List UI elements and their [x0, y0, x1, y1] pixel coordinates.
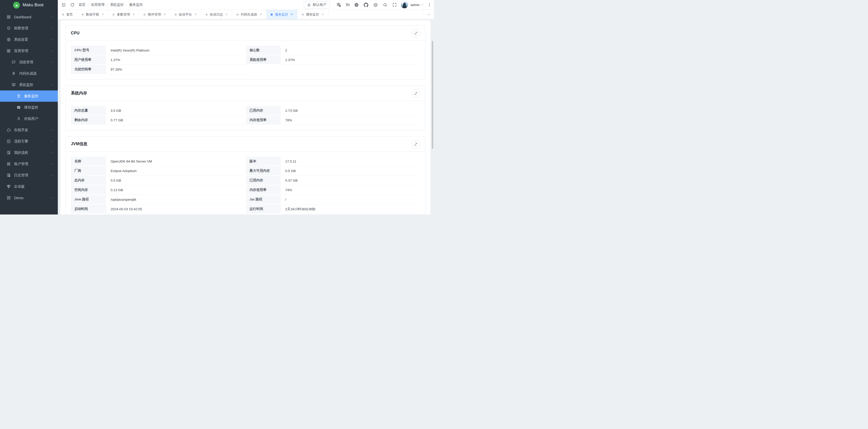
field-label: 用户使用率: [71, 55, 106, 65]
tab-label: 参数管理: [117, 12, 130, 17]
breadcrumb-item[interactable]: 首页: [79, 2, 86, 7]
sidebar-item-label: 系统设置: [14, 37, 51, 42]
sidebar-item-message-management[interactable]: 消息管理: [0, 57, 58, 68]
tab-home[interactable]: 首页: [58, 10, 78, 19]
field-value: 0.37 GB: [281, 176, 420, 185]
breadcrumb-item[interactable]: 服务监控: [129, 2, 143, 7]
tab-label: 短信平台: [179, 12, 192, 17]
app-logo[interactable]: Maku Boot: [0, 0, 58, 10]
sidebar-item-label: Dashboard: [14, 15, 51, 19]
tab-label: 短信日志: [210, 12, 223, 17]
table-row: 内存总量 3.5 GB 已用内存 2.73 GB: [71, 106, 420, 116]
avatar[interactable]: [401, 1, 408, 8]
tenant-select[interactable]: 默认租户: [304, 1, 330, 8]
sidebar-item-label: 流程引擎: [14, 139, 51, 144]
tab-data-dictionary[interactable]: 数据字典 ✕: [78, 10, 108, 19]
sidebar-item-service-monitor[interactable]: 服务监控: [0, 91, 58, 102]
sidebar-item-system-monitor[interactable]: 系统监控: [0, 79, 58, 91]
more-vertical-icon[interactable]: [427, 3, 432, 7]
panel-refresh-button[interactable]: [412, 29, 420, 37]
vertical-scrollbar[interactable]: [432, 41, 433, 149]
tabbar: 首页 数据字典 ✕ 参数管理 ✕ 附件管理 ✕ 短信平台 ✕: [58, 10, 434, 19]
sidebar-item-demo[interactable]: Demo: [0, 192, 58, 203]
sidebar-item-cache-monitor[interactable]: 缓存监控: [0, 102, 58, 113]
close-icon[interactable]: ✕: [101, 13, 104, 16]
panel-header: 系统内存: [66, 86, 425, 101]
breadcrumb-item[interactable]: 应用管理: [91, 2, 104, 7]
sidebar-item-app-management[interactable]: 应用管理: [0, 45, 58, 57]
field-value: 1.37%: [281, 55, 420, 65]
search-icon[interactable]: [382, 2, 388, 7]
tab-code-generator[interactable]: 代码生成器 ✕: [232, 10, 267, 19]
chevron-down-icon[interactable]: [421, 3, 424, 6]
font-size-icon[interactable]: Tt: [346, 2, 350, 7]
topbar-icons: Tt: [336, 2, 398, 7]
chevron-down-icon: [51, 174, 54, 177]
tab-dot-icon: [144, 13, 146, 15]
sidebar-item-online-dev[interactable]: 在线开发: [0, 124, 58, 136]
sidebar-item-log-management[interactable]: 日志管理: [0, 169, 58, 181]
sidebar-item-label: Demo: [14, 196, 51, 200]
breadcrumb-item[interactable]: 系统监控: [110, 2, 124, 7]
tab-sms-platform[interactable]: 短信平台 ✕: [170, 10, 201, 19]
field-label: 总内存: [71, 176, 106, 185]
tab-attachment-management[interactable]: 附件管理 ✕: [139, 10, 170, 19]
tab-parameter-management[interactable]: 参数管理 ✕: [108, 10, 139, 19]
globe-icon[interactable]: [353, 2, 359, 7]
tab-list-dropdown[interactable]: [424, 10, 434, 19]
sidebar-item-system-settings[interactable]: 系统设置: [0, 34, 58, 45]
table-row: 空闲内存 0.13 GB 内存使用率 74%: [71, 185, 420, 195]
sidebar-item-label: 租户管理: [14, 162, 51, 166]
tab-dot-icon: [82, 13, 84, 15]
sidebar-item-enterprise[interactable]: 企业版: [0, 181, 58, 192]
close-icon[interactable]: ✕: [259, 13, 262, 16]
tab-label: 附件管理: [148, 12, 161, 17]
tab-dot-icon: [206, 13, 208, 15]
tab-service-monitor[interactable]: 服务监控 ✕: [267, 10, 297, 19]
panel-header: JVM信息: [66, 137, 425, 152]
app-title: Maku Boot: [23, 2, 43, 7]
diamond-icon: [6, 184, 11, 189]
sidebar-item-dashboard[interactable]: Dashboard: [0, 11, 58, 23]
sidebar-item-permissions[interactable]: 权限管理: [0, 23, 58, 34]
table-row: 用户使用率 1.37% 系统使用率 1.37%: [71, 55, 420, 65]
close-icon[interactable]: ✕: [290, 13, 293, 16]
panel-body: 内存总量 3.5 GB 已用内存 2.73 GB 剩余内存 0.77 GB 内存…: [66, 101, 425, 130]
close-icon[interactable]: ✕: [132, 13, 135, 16]
close-icon[interactable]: ✕: [225, 13, 228, 16]
sidebar-item-my-workflow[interactable]: 我的流程: [0, 147, 58, 158]
close-icon[interactable]: ✕: [322, 13, 324, 16]
table-row: 名称 OpenJDK 64-Bit Server VM 版本 17.0.11: [71, 157, 420, 166]
sidebar-item-label: 服务监控: [24, 94, 54, 98]
tab-sms-log[interactable]: 短信日志 ✕: [201, 10, 232, 19]
document-user-icon: [6, 151, 11, 155]
sidebar-menu: Dashboard 权限管理 系统设置 应用管理 消息管理: [0, 10, 58, 214]
sidebar-item-tenant-management[interactable]: 租户管理: [0, 158, 58, 169]
fullscreen-icon[interactable]: [392, 2, 397, 7]
menu-fold-icon[interactable]: [61, 2, 66, 7]
chevron-up-icon: [51, 84, 54, 87]
refresh-icon[interactable]: [70, 2, 75, 7]
close-icon[interactable]: ✕: [194, 13, 197, 16]
github-icon[interactable]: [363, 2, 369, 7]
panel-jvm: JVM信息 名称 OpenJDK 64-Bit Server VM 版本 17.…: [66, 136, 426, 214]
office-building-icon: [307, 3, 311, 7]
close-icon[interactable]: ✕: [163, 13, 165, 16]
field-label: Jar 路径: [246, 195, 281, 204]
gitee-icon[interactable]: [373, 2, 378, 7]
breadcrumb-separator: ›: [107, 3, 108, 6]
panel-refresh-button[interactable]: [412, 140, 420, 148]
jvm-table: 名称 OpenJDK 64-Bit Server VM 版本 17.0.11 厂…: [71, 157, 420, 214]
translate-icon[interactable]: [336, 2, 342, 7]
sidebar-item-online-users[interactable]: 在线用户: [0, 113, 58, 124]
username[interactable]: admin: [410, 3, 420, 7]
content-area: CPU CPU 型号 Intel(R) Xeon(R) Platinum 核心数…: [58, 19, 434, 214]
table-row: 剩余内存 0.77 GB 内存使用率 78%: [71, 116, 420, 125]
sidebar-item-label: 在线开发: [14, 128, 51, 132]
tab-dot-icon: [113, 13, 115, 15]
table-row: CPU 型号 Intel(R) Xeon(R) Platinum 核心数 2: [71, 46, 420, 55]
panel-refresh-button[interactable]: [412, 89, 420, 98]
sidebar-item-workflow-engine[interactable]: 流程引擎: [0, 136, 58, 147]
tab-cache-monitor[interactable]: 缓存监控 ✕: [298, 10, 329, 19]
sidebar-item-code-generator[interactable]: 代码生成器: [0, 68, 58, 79]
